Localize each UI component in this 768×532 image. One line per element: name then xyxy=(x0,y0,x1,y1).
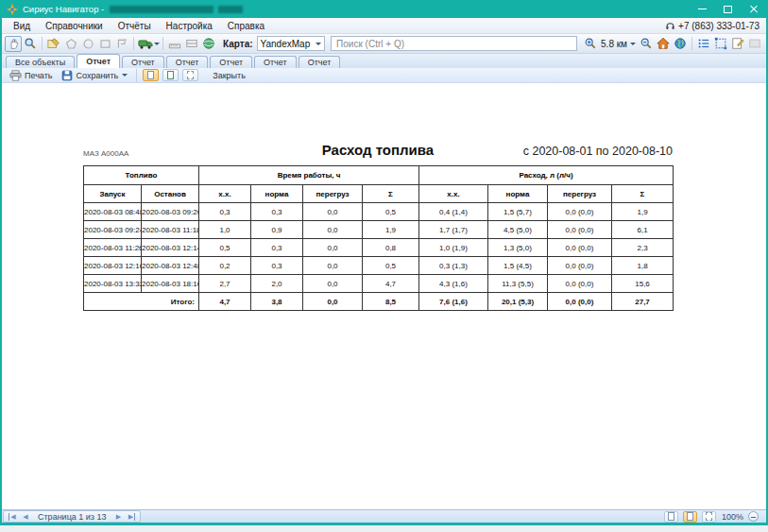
tab-2[interactable]: Отчет xyxy=(77,54,120,68)
total-cell: 20,1 (5,3) xyxy=(488,293,548,311)
report-table: ТопливоВремя работы, чРасход, л (л/ч)Зап… xyxy=(83,165,674,311)
table-cell: 0,0 xyxy=(303,239,363,257)
view-continuous-button[interactable] xyxy=(162,69,179,81)
search-input[interactable] xyxy=(331,36,577,51)
minimize-button[interactable] xyxy=(690,0,715,18)
table-cell: 0,5 xyxy=(363,257,419,275)
table-cell: 0,9 xyxy=(251,221,303,239)
table-cell: 2020-08-03 12:14 xyxy=(142,239,199,257)
table-row: 2020-08-03 11:262020-08-03 12:140,50,30,… xyxy=(84,239,674,257)
zoom-group: 100% xyxy=(663,511,766,523)
zoom-tool-icon[interactable] xyxy=(22,36,39,52)
support-phone: +7 (863) 333-01-73 xyxy=(665,21,762,31)
tab-1[interactable]: Все объекты xyxy=(6,56,75,68)
rectangle-tool-icon[interactable] xyxy=(96,36,113,52)
polygon-tool-icon[interactable] xyxy=(62,36,79,52)
zoom-in-icon[interactable] xyxy=(582,36,599,52)
report-table-head: ТопливоВремя работы, чРасход, л (л/ч)Зап… xyxy=(84,166,674,203)
edit-map-icon[interactable] xyxy=(45,36,62,52)
close-button[interactable] xyxy=(741,0,766,18)
save-button[interactable]: Сохранить xyxy=(58,70,131,81)
report-document: МАЗ А000АА Расход топлива с 2020-08-01 п… xyxy=(2,83,766,509)
last-page-button[interactable]: ▶ xyxy=(125,511,138,522)
pagination-group: ◀ ◀ Страница 1 из 13 ▶ ▶ xyxy=(3,510,141,523)
column-header: Запуск xyxy=(84,185,142,203)
measure-area-icon[interactable] xyxy=(183,36,200,52)
tab-4[interactable]: Отчет xyxy=(166,56,209,68)
table-row: 2020-08-03 13:322020-08-03 18:162,72,00,… xyxy=(84,275,674,293)
table-cell: 1,5 (5,7) xyxy=(488,203,548,221)
report-period: с 2020-08-01 по 2020-08-10 xyxy=(523,145,673,158)
map-scale-select[interactable]: 5.8 км xyxy=(599,39,638,49)
menu-item-1[interactable]: Вид xyxy=(6,21,38,31)
menu-item-5[interactable]: Справка xyxy=(220,21,272,31)
map-source-select[interactable]: YandexMap xyxy=(257,36,326,51)
map-source-value: YandexMap xyxy=(261,39,311,49)
menu-item-3[interactable]: Отчёты xyxy=(111,21,159,31)
table-cell: 0,0 xyxy=(303,257,363,275)
total-cell: 0,0 (0,0) xyxy=(548,293,612,311)
home-icon[interactable] xyxy=(655,36,672,52)
table-cell: 0,0 (0,0) xyxy=(548,203,612,221)
title-redacted xyxy=(110,6,213,13)
view-single-page-button[interactable] xyxy=(143,69,159,81)
group-header: Расход, л (л/ч) xyxy=(419,166,674,185)
table-row: 2020-08-03 12:162020-08-03 12:480,20,30,… xyxy=(84,257,674,275)
table-cell: 4,7 xyxy=(363,275,419,293)
app-icon xyxy=(7,4,18,15)
prev-page-button[interactable]: ◀ xyxy=(19,511,32,522)
edit-note-icon[interactable] xyxy=(729,36,746,52)
vehicle-icon[interactable] xyxy=(137,36,160,52)
geo-objects-icon[interactable] xyxy=(200,36,217,52)
tab-7[interactable]: Отчет xyxy=(299,56,341,68)
print-button[interactable]: Печать xyxy=(6,70,56,81)
column-header: х.х. xyxy=(419,185,488,203)
next-page-button[interactable]: ▶ xyxy=(111,511,125,522)
first-page-button[interactable]: ◀ xyxy=(6,511,19,522)
zoom-level: 100% xyxy=(722,512,743,522)
total-label: Итого: xyxy=(84,293,199,311)
view-fit-width-button[interactable] xyxy=(182,69,198,81)
table-cell: 2020-08-03 11:18 xyxy=(142,221,199,239)
zoom-single-page-button[interactable] xyxy=(664,511,678,523)
table-cell: 11,3 (5,5) xyxy=(488,275,548,293)
window-title: Сириус Навигатор - xyxy=(23,4,104,14)
table-cell: 0,3 xyxy=(251,257,303,275)
table-cell: 1,0 (1,9) xyxy=(419,239,488,257)
menu-item-4[interactable]: Настройка xyxy=(159,21,220,31)
title-redacted xyxy=(218,6,243,13)
zoom-out-icon[interactable] xyxy=(638,36,655,52)
support-phone-number: +7 (863) 333-01-73 xyxy=(678,21,759,31)
zoom-whole-page-button[interactable] xyxy=(702,511,716,523)
table-cell: 0,0 xyxy=(303,275,363,293)
select-region-icon[interactable] xyxy=(712,36,729,52)
total-cell: 27,7 xyxy=(612,293,674,311)
tab-3[interactable]: Отчет xyxy=(122,56,164,68)
pan-tool-icon[interactable] xyxy=(5,36,22,52)
table-cell: 0,3 xyxy=(251,239,303,257)
close-report-button[interactable]: Закрыть xyxy=(209,71,249,80)
zoom-page-width-button[interactable] xyxy=(683,511,697,523)
tab-bar: Все объектыОтчетОтчетОтчетОтчетОтчетОтче… xyxy=(2,54,766,68)
save-dropdown-arrow[interactable] xyxy=(122,74,128,77)
group-header: Время работы, ч xyxy=(199,166,419,185)
column-header: х.х. xyxy=(199,185,251,203)
tab-6[interactable]: Отчет xyxy=(254,56,297,68)
maximize-button[interactable] xyxy=(715,0,741,18)
total-cell: 3,8 xyxy=(251,293,303,311)
tab-5[interactable]: Отчет xyxy=(210,56,252,68)
circle-tool-icon[interactable] xyxy=(79,36,96,52)
save-label: Сохранить xyxy=(76,71,118,80)
globe-icon[interactable] xyxy=(672,36,689,52)
menu-item-2[interactable]: Справочники xyxy=(38,21,111,31)
table-cell: 2020-08-03 09:20 xyxy=(142,203,199,221)
object-list-icon[interactable] xyxy=(695,36,712,52)
table-cell: 6,1 xyxy=(612,221,674,239)
table-row: 2020-08-03 09:242020-08-03 11:181,00,90,… xyxy=(84,221,674,239)
zoom-out-button[interactable] xyxy=(748,511,759,522)
close-report-label: Закрыть xyxy=(213,71,246,80)
menu-bar-items: ВидСправочникиОтчётыНастройкаСправка xyxy=(6,21,272,31)
measure-distance-icon[interactable] xyxy=(166,36,183,52)
table-cell: 0,0 xyxy=(303,203,363,221)
route-tool-icon[interactable] xyxy=(113,36,130,52)
